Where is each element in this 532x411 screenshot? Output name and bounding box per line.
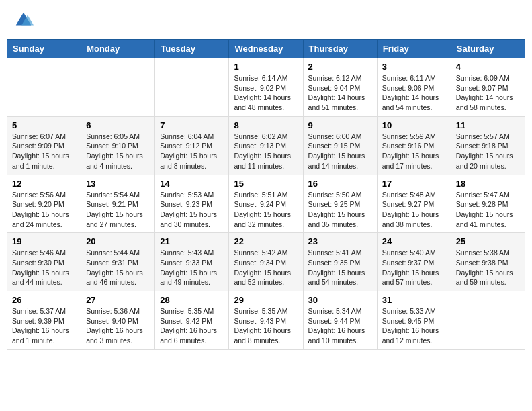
day-cell-1: 1Sunrise: 6:14 AM Sunset: 9:02 PM Daylig…	[229, 58, 303, 117]
day-info-27: Sunrise: 5:36 AM Sunset: 9:40 PM Dayligh…	[86, 306, 150, 346]
day-number-7: 7	[160, 120, 224, 130]
day-number-5: 5	[12, 120, 76, 130]
day-info-31: Sunrise: 5:33 AM Sunset: 9:45 PM Dayligh…	[382, 306, 446, 346]
day-cell-20: 20Sunrise: 5:44 AM Sunset: 9:31 PM Dayli…	[81, 233, 155, 291]
day-number-22: 22	[234, 236, 298, 246]
header-friday: Friday	[377, 40, 451, 58]
day-cell-6: 6Sunrise: 6:05 AM Sunset: 9:10 PM Daylig…	[81, 116, 155, 175]
day-info-10: Sunrise: 5:59 AM Sunset: 9:16 PM Dayligh…	[382, 132, 446, 171]
day-info-5: Sunrise: 6:07 AM Sunset: 9:09 PM Dayligh…	[12, 132, 76, 171]
week-row-2: 5Sunrise: 6:07 AM Sunset: 9:09 PM Daylig…	[7, 116, 525, 175]
day-cell-10: 10Sunrise: 5:59 AM Sunset: 9:16 PM Dayli…	[377, 116, 451, 175]
day-cell-18: 18Sunrise: 5:47 AM Sunset: 9:28 PM Dayli…	[451, 175, 525, 233]
day-info-4: Sunrise: 6:09 AM Sunset: 9:07 PM Dayligh…	[456, 73, 520, 113]
day-info-7: Sunrise: 6:04 AM Sunset: 9:12 PM Dayligh…	[160, 132, 224, 171]
day-number-27: 27	[86, 295, 150, 305]
logo-icon	[13, 10, 34, 30]
day-cell-2: 2Sunrise: 6:12 AM Sunset: 9:04 PM Daylig…	[303, 58, 377, 117]
day-info-17: Sunrise: 5:48 AM Sunset: 9:27 PM Dayligh…	[382, 190, 446, 230]
day-number-9: 9	[308, 120, 372, 130]
day-number-29: 29	[234, 295, 298, 305]
day-cell-17: 17Sunrise: 5:48 AM Sunset: 9:27 PM Dayli…	[377, 175, 451, 233]
day-cell-14: 14Sunrise: 5:53 AM Sunset: 9:23 PM Dayli…	[155, 175, 229, 233]
day-info-26: Sunrise: 5:37 AM Sunset: 9:39 PM Dayligh…	[12, 306, 76, 346]
day-number-3: 3	[382, 62, 446, 72]
calendar-header-row: SundayMondayTuesdayWednesdayThursdayFrid…	[7, 40, 525, 58]
day-info-29: Sunrise: 5:35 AM Sunset: 9:43 PM Dayligh…	[234, 306, 298, 346]
day-number-25: 25	[456, 236, 520, 246]
day-cell-28: 28Sunrise: 5:35 AM Sunset: 9:42 PM Dayli…	[155, 291, 229, 350]
day-number-17: 17	[382, 179, 446, 189]
day-number-20: 20	[86, 236, 150, 246]
day-number-26: 26	[12, 295, 76, 305]
day-number-11: 11	[456, 120, 520, 130]
day-number-10: 10	[382, 120, 446, 130]
header-monday: Monday	[81, 40, 155, 58]
day-number-28: 28	[160, 295, 224, 305]
week-row-1: 1Sunrise: 6:14 AM Sunset: 9:02 PM Daylig…	[7, 58, 525, 117]
day-info-8: Sunrise: 6:02 AM Sunset: 9:13 PM Dayligh…	[234, 132, 298, 171]
empty-cell	[81, 58, 155, 117]
day-info-11: Sunrise: 5:57 AM Sunset: 9:18 PM Dayligh…	[456, 132, 520, 171]
day-cell-9: 9Sunrise: 6:00 AM Sunset: 9:15 PM Daylig…	[303, 116, 377, 175]
day-number-8: 8	[234, 120, 298, 130]
day-info-2: Sunrise: 6:12 AM Sunset: 9:04 PM Dayligh…	[308, 73, 372, 113]
week-row-4: 19Sunrise: 5:46 AM Sunset: 9:30 PM Dayli…	[7, 233, 525, 291]
day-number-21: 21	[160, 236, 224, 246]
day-number-1: 1	[234, 62, 298, 72]
day-info-15: Sunrise: 5:51 AM Sunset: 9:24 PM Dayligh…	[234, 190, 298, 230]
day-number-12: 12	[12, 179, 76, 189]
day-info-25: Sunrise: 5:38 AM Sunset: 9:38 PM Dayligh…	[456, 248, 520, 287]
day-number-19: 19	[12, 236, 76, 246]
day-info-14: Sunrise: 5:53 AM Sunset: 9:23 PM Dayligh…	[160, 190, 224, 230]
day-number-6: 6	[86, 120, 150, 130]
day-info-30: Sunrise: 5:34 AM Sunset: 9:44 PM Dayligh…	[308, 306, 372, 346]
page-header	[7, 7, 525, 34]
header-sunday: Sunday	[7, 40, 81, 58]
day-cell-23: 23Sunrise: 5:41 AM Sunset: 9:35 PM Dayli…	[303, 233, 377, 291]
day-cell-3: 3Sunrise: 6:11 AM Sunset: 9:06 PM Daylig…	[377, 58, 451, 117]
day-info-13: Sunrise: 5:54 AM Sunset: 9:21 PM Dayligh…	[86, 190, 150, 230]
empty-cell	[155, 58, 229, 117]
day-cell-12: 12Sunrise: 5:56 AM Sunset: 9:20 PM Dayli…	[7, 175, 81, 233]
day-cell-5: 5Sunrise: 6:07 AM Sunset: 9:09 PM Daylig…	[7, 116, 81, 175]
day-cell-25: 25Sunrise: 5:38 AM Sunset: 9:38 PM Dayli…	[451, 233, 525, 291]
day-info-12: Sunrise: 5:56 AM Sunset: 9:20 PM Dayligh…	[12, 190, 76, 230]
day-info-23: Sunrise: 5:41 AM Sunset: 9:35 PM Dayligh…	[308, 248, 372, 287]
day-number-14: 14	[160, 179, 224, 189]
week-row-3: 12Sunrise: 5:56 AM Sunset: 9:20 PM Dayli…	[7, 175, 525, 233]
week-row-5: 26Sunrise: 5:37 AM Sunset: 9:39 PM Dayli…	[7, 291, 525, 350]
day-number-31: 31	[382, 295, 446, 305]
empty-cell	[451, 291, 525, 350]
day-cell-30: 30Sunrise: 5:34 AM Sunset: 9:44 PM Dayli…	[303, 291, 377, 350]
calendar-table: SundayMondayTuesdayWednesdayThursdayFrid…	[7, 39, 525, 350]
day-number-30: 30	[308, 295, 372, 305]
day-info-3: Sunrise: 6:11 AM Sunset: 9:06 PM Dayligh…	[382, 73, 446, 113]
day-info-24: Sunrise: 5:40 AM Sunset: 9:37 PM Dayligh…	[382, 248, 446, 287]
day-cell-15: 15Sunrise: 5:51 AM Sunset: 9:24 PM Dayli…	[229, 175, 303, 233]
day-number-15: 15	[234, 179, 298, 189]
day-number-24: 24	[382, 236, 446, 246]
day-info-22: Sunrise: 5:42 AM Sunset: 9:34 PM Dayligh…	[234, 248, 298, 287]
day-info-20: Sunrise: 5:44 AM Sunset: 9:31 PM Dayligh…	[86, 248, 150, 287]
day-cell-16: 16Sunrise: 5:50 AM Sunset: 9:25 PM Dayli…	[303, 175, 377, 233]
day-info-16: Sunrise: 5:50 AM Sunset: 9:25 PM Dayligh…	[308, 190, 372, 230]
header-wednesday: Wednesday	[229, 40, 303, 58]
day-info-6: Sunrise: 6:05 AM Sunset: 9:10 PM Dayligh…	[86, 132, 150, 171]
header-saturday: Saturday	[451, 40, 525, 58]
day-info-21: Sunrise: 5:43 AM Sunset: 9:33 PM Dayligh…	[160, 248, 224, 287]
header-tuesday: Tuesday	[155, 40, 229, 58]
day-info-1: Sunrise: 6:14 AM Sunset: 9:02 PM Dayligh…	[234, 73, 298, 113]
day-cell-8: 8Sunrise: 6:02 AM Sunset: 9:13 PM Daylig…	[229, 116, 303, 175]
day-info-19: Sunrise: 5:46 AM Sunset: 9:30 PM Dayligh…	[12, 248, 76, 287]
day-cell-7: 7Sunrise: 6:04 AM Sunset: 9:12 PM Daylig…	[155, 116, 229, 175]
day-cell-13: 13Sunrise: 5:54 AM Sunset: 9:21 PM Dayli…	[81, 175, 155, 233]
day-cell-22: 22Sunrise: 5:42 AM Sunset: 9:34 PM Dayli…	[229, 233, 303, 291]
day-info-9: Sunrise: 6:00 AM Sunset: 9:15 PM Dayligh…	[308, 132, 372, 171]
empty-cell	[7, 58, 81, 117]
day-number-18: 18	[456, 179, 520, 189]
day-number-13: 13	[86, 179, 150, 189]
day-number-4: 4	[456, 62, 520, 72]
day-number-23: 23	[308, 236, 372, 246]
day-cell-29: 29Sunrise: 5:35 AM Sunset: 9:43 PM Dayli…	[229, 291, 303, 350]
